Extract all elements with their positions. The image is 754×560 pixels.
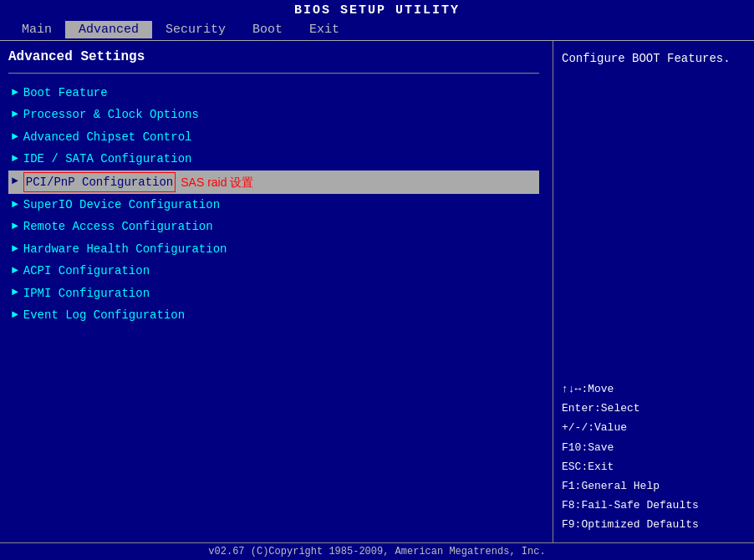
item-label: SuperIO Device Configuration [23,196,220,214]
list-item[interactable]: ►PCI/PnP ConfigurationSAS raid 设置 [8,171,539,194]
bios-screen: BIOS SETUP UTILITY MainAdvancedSecurityB… [0,0,754,560]
arrow-icon: ► [12,84,18,102]
key-item: ESC:Exit [562,458,746,476]
arrow-icon: ► [12,218,18,236]
left-panel: Advanced Settings ►Boot Feature►Processo… [0,41,553,542]
footer-text: v02.67 (C)Copyright 1985-2009, American … [208,546,545,557]
list-item[interactable]: ►Advanced Chipset Control [8,126,539,148]
annotation-text: SAS raid 设置 [181,173,253,191]
menu-item-main[interactable]: Main [8,21,65,38]
key-item: F9:Optimized Defaults [562,516,746,534]
item-label: IDE / SATA Configuration [23,150,192,168]
arrow-icon: ► [12,284,18,302]
list-item[interactable]: ►Hardware Health Configuration [8,238,539,260]
footer: v02.67 (C)Copyright 1985-2009, American … [0,542,754,560]
list-item[interactable]: ►Boot Feature [8,82,539,104]
menu-item-exit[interactable]: Exit [296,21,353,38]
key-legend: ↑↓↔:MoveEnter:Select+/-/:ValueF10:SaveES… [562,380,746,534]
main-content: Advanced Settings ►Boot Feature►Processo… [0,41,754,542]
arrow-icon: ► [12,241,18,258]
list-item[interactable]: ►Processor & Clock Options [8,104,539,125]
arrow-icon: ► [12,150,18,168]
key-item: F8:Fail-Safe Defaults [562,496,746,515]
menu-item-advanced[interactable]: Advanced [65,21,152,38]
key-item: Enter:Select [562,400,746,418]
list-item[interactable]: ►SuperIO Device Configuration [8,194,539,216]
title-bar: BIOS SETUP UTILITY [0,0,754,19]
arrow-icon: ► [12,106,18,124]
list-item[interactable]: ►IDE / SATA Configuration [8,148,539,170]
menu-list: ►Boot Feature►Processor & Clock Options►… [8,82,539,326]
right-panel: Configure BOOT Features. ↑↓↔:MoveEnter:S… [553,41,754,542]
divider [8,73,539,74]
help-text: Configure BOOT Features. [562,49,746,68]
item-label: Remote Access Configuration [23,217,213,236]
arrow-icon: ► [12,129,18,146]
item-label: ACPI Configuration [23,262,150,280]
list-item[interactable]: ►Event Log Configuration [8,304,539,326]
key-item: +/-/:Value [562,419,746,437]
item-label: IPMI Configuration [23,284,150,303]
item-label: Processor & Clock Options [23,105,199,124]
item-label: PCI/PnP Configuration [23,172,176,192]
item-label: Boot Feature [23,84,108,102]
menu-bar: MainAdvancedSecurityBootExit [0,19,754,41]
list-item[interactable]: ►ACPI Configuration [8,260,539,282]
list-item[interactable]: ►Remote Access Configuration [8,216,539,237]
menu-item-security[interactable]: Security [152,21,239,38]
bios-title: BIOS SETUP UTILITY [294,3,460,18]
item-label: Event Log Configuration [23,306,185,324]
arrow-icon: ► [12,307,18,324]
section-title: Advanced Settings [8,49,539,64]
item-label: Hardware Health Configuration [23,240,227,258]
key-item: ↑↓↔:Move [562,380,746,399]
key-item: F1:General Help [562,477,746,496]
arrow-icon: ► [12,173,18,191]
list-item[interactable]: ►IPMI Configuration [8,283,539,304]
arrow-icon: ► [12,262,18,280]
arrow-icon: ► [12,196,18,214]
menu-item-boot[interactable]: Boot [239,21,296,38]
item-label: Advanced Chipset Control [23,128,192,146]
key-item: F10:Save [562,439,746,457]
